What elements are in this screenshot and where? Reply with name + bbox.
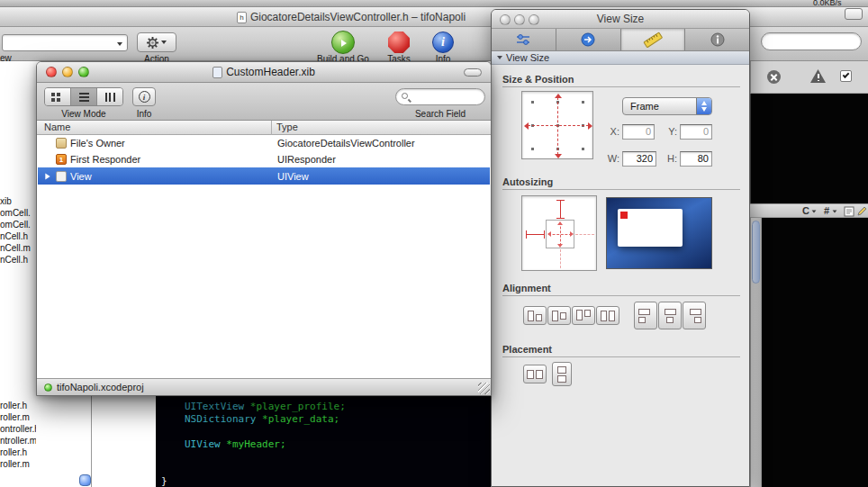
table-row-first-responder[interactable]: 1 First Responder UIResponder [38,151,490,167]
table-row-view[interactable]: View UIView [38,167,490,185]
file-item[interactable]: omCell. [0,219,34,230]
view-mode-icon-segment[interactable] [45,88,71,105]
list-view-icon [79,93,89,102]
chevron-down-icon [161,41,167,44]
align-edges-button[interactable] [596,306,619,325]
preview-view-rect [618,209,683,247]
editor-scrollbar[interactable] [750,218,762,487]
gear-icon [147,37,158,49]
pencil-icon[interactable] [856,206,867,217]
header-file-icon: h [237,12,247,23]
table-row-files-owner[interactable]: File's Owner GiocatoreDetailsViewControl… [38,135,490,151]
counterpart-menu[interactable]: C [802,205,809,216]
file-list-top: xib omCell. omCell. nCell.h nCell.m nCel… [0,195,34,266]
frame-popup[interactable]: Frame [622,97,712,115]
mini-window-box[interactable] [845,8,863,20]
exclamation-bar [818,74,819,78]
y-field[interactable]: 0 [680,124,712,140]
file-item[interactable]: nCell.m [0,242,34,254]
h-field[interactable]: 80 [680,151,712,167]
exclamation-dot [818,80,819,82]
autosizing-control[interactable] [521,195,597,271]
toolbar-capsule-button[interactable] [464,68,482,77]
code-line: UITextView *player_profile; [185,401,346,412]
symbols-menu[interactable]: # [824,205,829,216]
popup-stepper [696,98,711,114]
search-pill-field[interactable] [761,32,862,50]
column-header-name[interactable]: Name [44,122,70,132]
file-item[interactable]: nCell.h [0,230,34,242]
view-mode-list-segment[interactable] [71,88,97,105]
tab-size[interactable] [621,29,686,50]
action-button[interactable] [137,32,176,52]
align-right-edges-button[interactable] [683,302,706,329]
divider [502,295,740,296]
file-item[interactable]: roller.h [0,400,36,411]
pane-splitter[interactable] [91,396,92,487]
source-editor[interactable]: UITextView *player_profile; NSDictionary… [156,396,491,487]
inspector-titlebar[interactable]: View Size [492,10,749,29]
view-mode-segmented-control [44,87,123,106]
error-icon[interactable] [767,70,781,84]
disclosure-triangle-icon[interactable] [45,173,50,179]
center-vertically-button[interactable] [552,362,572,386]
minimize-button[interactable] [514,14,525,25]
file-item[interactable]: roller.m [0,458,36,470]
info-outline-icon: i [139,91,150,103]
tab-connections[interactable] [556,29,621,50]
tab-identity[interactable] [685,29,749,50]
table-header: Name Type [37,121,491,135]
search-field[interactable] [395,88,485,105]
inspector-tabbar [492,29,749,51]
align-bottom-edges-button[interactable] [523,306,547,325]
minimize-button[interactable] [62,67,73,77]
zoom-button[interactable] [78,67,89,77]
file-item[interactable]: omCell. [0,207,34,219]
close-button[interactable] [46,67,57,77]
build-and-go-button[interactable] [331,31,355,54]
x-field[interactable]: 0 [622,124,655,140]
search-icon-handle [408,99,411,103]
w-field[interactable]: 320 [622,151,656,167]
xib-titlebar[interactable]: CustomHeader.xib [37,62,491,83]
info-button[interactable]: i [432,32,454,53]
file-item[interactable]: xib [0,195,34,207]
center-horizontally-button[interactable] [523,365,547,383]
column-header-type[interactable]: Type [276,122,298,132]
disclosure-triangle-icon[interactable] [497,56,502,59]
scrollbar-thumb[interactable] [79,474,91,486]
bookmarks-icon[interactable] [844,206,854,217]
file-item[interactable]: nCell.h [0,254,34,266]
xib-info-label: Info [127,109,161,119]
align-vertical-centers-button[interactable] [658,302,682,329]
file-item[interactable]: roller.m [0,411,36,423]
file-list-bottom: roller.h roller.m ontroller.h ntroller.m… [0,400,36,470]
resize-grip[interactable] [478,383,490,394]
align-left-edges-button[interactable] [634,302,657,329]
file-item[interactable]: roller.h [0,446,36,458]
search-field-label: Search Field [388,109,493,119]
origin-selector[interactable] [521,91,593,159]
origin-crosshair-h [528,125,589,126]
jump-combobox[interactable] [2,34,128,51]
warning-icon[interactable] [810,69,826,83]
divider [502,86,740,87]
xib-toolbar: View Mode i Info Search Field [37,83,491,121]
close-button[interactable] [500,14,511,25]
xib-info-button[interactable]: i [132,87,156,106]
success-checkbox[interactable] [840,70,852,82]
align-top-edges-button[interactable] [572,306,595,325]
editor-navbar: C # [750,203,868,218]
file-item[interactable]: ontroller.h [0,423,36,435]
view-mode-columns-segment[interactable] [97,88,122,105]
tasks-button[interactable] [388,32,410,53]
code-closing-brace: } [161,475,167,487]
zoom-button[interactable] [529,14,539,25]
scrollbar-thumb[interactable] [752,221,760,284]
file-item[interactable]: ntroller.m [0,435,36,446]
menubar-sliver: 0.0KB/s [0,0,868,7]
align-horizontal-centers-button[interactable] [547,306,571,325]
editor-main-black[interactable] [762,218,868,487]
section-header[interactable]: View Size [492,51,749,65]
tab-attributes[interactable] [492,29,556,50]
